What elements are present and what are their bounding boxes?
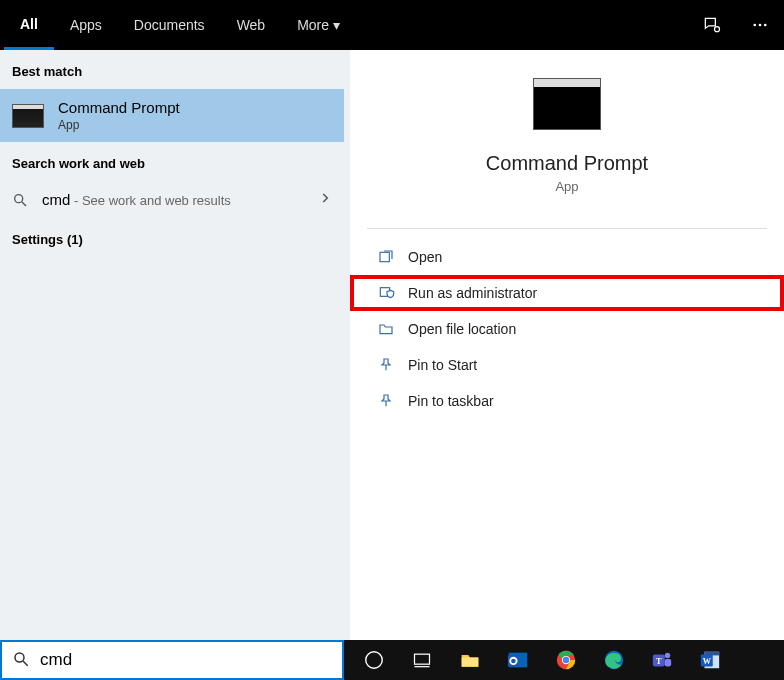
cmd-icon [12, 104, 44, 128]
admin-shield-icon [378, 285, 408, 301]
action-pin-to-taskbar[interactable]: Pin to taskbar [350, 383, 784, 419]
result-detail-pane: Command Prompt App Open Run as administr… [344, 50, 784, 640]
cortana-icon[interactable] [352, 640, 396, 680]
pin-icon [378, 393, 408, 409]
action-open-file-location[interactable]: Open file location [350, 311, 784, 347]
search-icon [12, 650, 30, 671]
detail-subtitle: App [555, 179, 578, 194]
taskbar: T W [344, 640, 784, 680]
svg-text:T: T [656, 657, 662, 666]
svg-point-10 [366, 652, 383, 669]
outlook-icon[interactable] [496, 640, 540, 680]
result-title: Command Prompt [58, 99, 180, 116]
result-command-prompt[interactable]: Command Prompt App [0, 89, 344, 142]
svg-line-9 [23, 661, 28, 666]
action-pin-to-start[interactable]: Pin to Start [350, 347, 784, 383]
svg-rect-23 [665, 659, 671, 666]
search-web-row[interactable]: cmd - See work and web results [0, 181, 344, 218]
svg-rect-13 [462, 658, 479, 667]
word-icon[interactable]: W [688, 640, 732, 680]
svg-point-0 [715, 27, 720, 32]
detail-title: Command Prompt [486, 152, 648, 175]
svg-rect-6 [380, 252, 389, 261]
open-icon [378, 249, 408, 265]
cmd-large-icon [533, 78, 601, 130]
tab-apps[interactable]: Apps [54, 0, 118, 50]
svg-text:W: W [703, 657, 712, 666]
svg-point-8 [15, 653, 24, 662]
chevron-right-icon [318, 191, 332, 208]
feedback-icon[interactable] [688, 0, 736, 50]
results-list: Best match Command Prompt App Search wor… [0, 50, 344, 640]
section-best-match: Best match [0, 50, 344, 89]
teams-icon[interactable]: T [640, 640, 684, 680]
svg-point-4 [15, 194, 23, 202]
tab-web[interactable]: Web [221, 0, 282, 50]
pin-icon [378, 357, 408, 373]
search-input-bar[interactable] [0, 640, 344, 680]
search-results-pane: Best match Command Prompt App Search wor… [0, 50, 784, 640]
detail-actions: Open Run as administrator Open file loca… [350, 229, 784, 429]
svg-point-2 [759, 24, 762, 27]
search-icon [12, 192, 42, 208]
folder-icon [378, 321, 408, 337]
tab-all[interactable]: All [4, 0, 54, 50]
svg-line-5 [22, 202, 26, 206]
action-run-as-administrator[interactable]: Run as administrator [350, 275, 784, 311]
result-subtitle: App [58, 118, 180, 132]
action-open[interactable]: Open [350, 239, 784, 275]
section-settings[interactable]: Settings (1) [0, 218, 344, 257]
chrome-icon[interactable] [544, 640, 588, 680]
edge-icon[interactable] [592, 640, 636, 680]
search-tab-bar: All Apps Documents Web More▾ [0, 0, 784, 50]
section-search-web: Search work and web [0, 142, 344, 181]
tab-more[interactable]: More▾ [281, 0, 356, 50]
file-explorer-icon[interactable] [448, 640, 492, 680]
svg-point-19 [563, 657, 569, 663]
svg-point-1 [753, 24, 756, 27]
task-view-icon[interactable] [400, 640, 444, 680]
more-options-icon[interactable] [736, 0, 784, 50]
svg-point-22 [665, 653, 671, 659]
chevron-down-icon: ▾ [333, 17, 340, 33]
tab-documents[interactable]: Documents [118, 0, 221, 50]
svg-point-3 [764, 24, 767, 27]
search-web-label: cmd - See work and web results [42, 191, 231, 208]
search-input[interactable] [40, 650, 342, 670]
svg-rect-11 [415, 654, 430, 664]
